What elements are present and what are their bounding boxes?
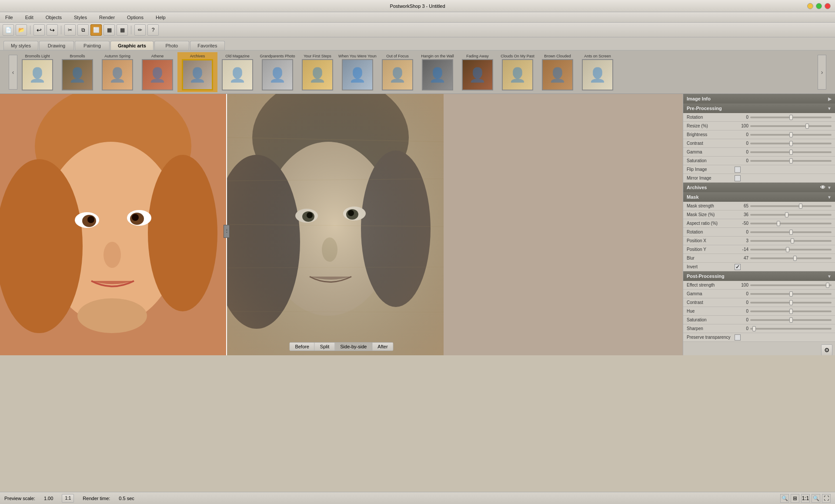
cut-button[interactable]: ✂: [64, 24, 76, 36]
thumb-label: When You Were Young: [338, 54, 377, 58]
tab-graphic-arts[interactable]: Graphic arts: [110, 41, 154, 50]
zoom-100-button[interactable]: 1:1: [801, 494, 810, 503]
zoom-in-button[interactable]: 🔍: [812, 494, 820, 503]
blur-slider[interactable]: [750, 257, 832, 259]
hue-slider[interactable]: [750, 310, 832, 312]
scale-11-button[interactable]: 1:1: [62, 494, 74, 503]
post-gamma-label: Gamma: [687, 291, 735, 296]
saturation-slider[interactable]: [750, 160, 832, 162]
thumb-your-first-steps[interactable]: Your First Steps 👤: [297, 52, 337, 92]
help-button[interactable]: ?: [147, 24, 159, 36]
menu-edit[interactable]: Edit: [23, 14, 35, 21]
thumb-old-magazine[interactable]: Old Magazine 👤: [217, 52, 257, 92]
thumb-ants-on-screen[interactable]: Ants on Screen 👤: [578, 52, 618, 92]
paint-button[interactable]: ✏: [134, 24, 146, 36]
view-before-button[interactable]: Before: [290, 343, 314, 350]
thumb-image: 👤: [342, 59, 373, 90]
mask-size-slider[interactable]: [750, 214, 832, 216]
post-gamma-slider[interactable]: [750, 293, 832, 295]
mask-strength-slider[interactable]: [750, 205, 832, 207]
mask-header[interactable]: Mask ▼: [683, 192, 835, 202]
thumb-clouds-on-my-past[interactable]: Clouds On My Past 👤: [498, 52, 538, 92]
view-after-button[interactable]: After: [372, 343, 393, 350]
view-split-button[interactable]: Split: [315, 343, 335, 350]
zoom-fullscreen-button[interactable]: ⛶: [822, 494, 831, 503]
flip-image-checkbox[interactable]: [735, 167, 741, 173]
position-y-slider[interactable]: [750, 249, 832, 250]
thumb-bromols[interactable]: Bromolls 👤: [57, 52, 97, 92]
thumb-nav-right[interactable]: ›: [818, 55, 826, 90]
thumb-archives[interactable]: Archives 👤: [177, 52, 217, 92]
face-icon: 👤: [583, 60, 612, 90]
thumb-image: 👤: [22, 59, 53, 90]
archives-label: Archives: [687, 185, 707, 190]
minimize-button[interactable]: [807, 3, 813, 9]
sharpen-slider[interactable]: [750, 328, 832, 330]
new-button[interactable]: 📄: [3, 24, 14, 36]
split-handle[interactable]: ⋮: [224, 225, 230, 238]
rotation-slider[interactable]: [750, 117, 832, 118]
zoom-fit-button[interactable]: ⊞: [791, 494, 799, 503]
thumb-brown-clouded[interactable]: Brown Clouded 👤: [538, 52, 578, 92]
mask-rotation-slider[interactable]: [750, 231, 832, 233]
invert-checkbox[interactable]: ✓: [735, 264, 741, 270]
menu-options[interactable]: Options: [125, 14, 145, 21]
gamma-slider[interactable]: [750, 151, 832, 153]
maximize-button[interactable]: [816, 3, 822, 9]
view-side-by-side-button[interactable]: Side-by-side: [335, 343, 372, 350]
grid2-button[interactable]: ▦: [117, 24, 128, 36]
resize-slider[interactable]: [750, 125, 832, 127]
post-gamma-row: Gamma 0: [683, 290, 835, 298]
post-saturation-slider[interactable]: [750, 319, 832, 321]
redo-button[interactable]: ↪: [47, 24, 58, 36]
svg-rect-31: [226, 94, 444, 355]
brightness-slider[interactable]: [750, 134, 832, 136]
thumb-nav-left[interactable]: ‹: [9, 55, 17, 90]
position-x-slider[interactable]: [750, 240, 832, 242]
post-processing-header[interactable]: Post-Processing ▼: [683, 271, 835, 281]
menu-styles[interactable]: Styles: [72, 14, 89, 21]
effect-strength-slider[interactable]: [750, 284, 832, 286]
thumb-hangin-on-the-wall[interactable]: Hangin on the Wall 👤: [418, 52, 458, 92]
canvas-area[interactable]: ⋮ Before Split Side-by-side After: [0, 94, 683, 355]
contrast-slider[interactable]: [750, 143, 832, 144]
brightness-label: Brightness: [687, 132, 735, 137]
zoom-out-button[interactable]: 🔍: [780, 494, 789, 503]
menu-help[interactable]: Help: [154, 14, 167, 21]
menu-objects[interactable]: Objects: [44, 14, 63, 21]
mirror-image-checkbox[interactable]: [735, 175, 741, 181]
archives-eye-icon[interactable]: 👁: [820, 184, 825, 190]
thumb-autumn-spring[interactable]: Autumn Spring 👤: [97, 52, 137, 92]
thumbnail-list: Bromolls Light 👤 Bromolls 👤 Autumn Sprin…: [17, 52, 818, 92]
thumb-when-you-were-young[interactable]: When You Were Young 👤: [337, 52, 377, 92]
post-contrast-value: 0: [735, 300, 750, 305]
thumb-label: Brown Clouded: [544, 54, 571, 58]
image-info-header[interactable]: Image Info ▶: [683, 94, 835, 103]
crop-button[interactable]: ⬜: [90, 24, 102, 36]
copy-button[interactable]: ⧉: [77, 24, 89, 36]
pre-processing-header[interactable]: Pre-Processing ▼: [683, 103, 835, 113]
thumb-image: 👤: [542, 59, 573, 90]
aspect-ratio-slider[interactable]: [750, 223, 832, 224]
settings-icon[interactable]: ⚙: [821, 344, 832, 355]
menu-file[interactable]: File: [3, 14, 15, 21]
tab-favorites[interactable]: Favorites: [190, 41, 225, 50]
thumb-athene[interactable]: Athene 👤: [137, 52, 177, 92]
undo-button[interactable]: ↩: [33, 24, 45, 36]
tab-painting[interactable]: Painting: [75, 41, 110, 50]
position-y-row: Position Y -14: [683, 245, 835, 254]
tab-my-styles[interactable]: My styles: [3, 41, 38, 50]
thumb-fading-away[interactable]: Fading Away 👤: [458, 52, 498, 92]
close-button[interactable]: [825, 3, 831, 9]
menu-render[interactable]: Render: [97, 14, 117, 21]
tab-drawing[interactable]: Drawing: [39, 41, 74, 50]
post-contrast-slider[interactable]: [750, 302, 832, 304]
thumb-grandparents-photo[interactable]: Grandparents Photo 👤: [257, 52, 297, 92]
open-button[interactable]: 📂: [16, 24, 27, 36]
archives-header[interactable]: Archives 👁 ▼: [683, 183, 835, 192]
grid-button[interactable]: ▦: [104, 24, 115, 36]
preserve-transparency-checkbox[interactable]: [735, 334, 741, 340]
thumb-bromols-light[interactable]: Bromolls Light 👤: [17, 52, 57, 92]
thumb-out-of-focus[interactable]: Out of Focus 👤: [377, 52, 418, 92]
tab-photo[interactable]: Photo: [154, 41, 189, 50]
